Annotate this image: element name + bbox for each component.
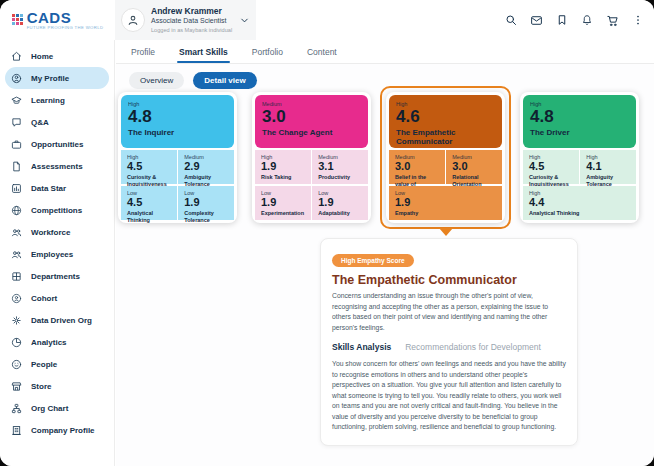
- card-level: High: [396, 101, 495, 107]
- bookmark-icon[interactable]: [556, 14, 568, 26]
- sidebar-item-label: Store: [31, 382, 51, 391]
- pie-chart-icon: [11, 337, 22, 348]
- card-score: 4.8: [128, 107, 227, 127]
- building-icon: [11, 425, 22, 436]
- store-icon: [11, 381, 22, 392]
- tab-portfolio[interactable]: Portfolio: [252, 40, 283, 63]
- main-content: Profile Smart Skills Portfolio Content O…: [116, 40, 654, 466]
- sidebar-item-home[interactable]: Home: [5, 45, 109, 67]
- skill-cell: Low 1.9 Complexity Tolerance: [178, 186, 234, 220]
- globe-icon: [11, 205, 22, 216]
- card-header: High 4.8 The Inquirer: [121, 95, 234, 148]
- tab-recommendations[interactable]: Recommendations for Development: [405, 342, 541, 352]
- card-header: High 4.6 The Empathetic Communicator: [389, 95, 502, 148]
- card-title: The Driver: [530, 128, 629, 137]
- sidebar-item-data-star[interactable]: Data Star: [5, 177, 109, 199]
- sidebar-item-label: Competitions: [31, 206, 82, 215]
- skill-cell: Low 1.9 Experimentation: [255, 186, 311, 220]
- skill-card-inquirer[interactable]: High 4.8 The Inquirer High 4.5 Curiosity…: [118, 92, 237, 223]
- mail-icon[interactable]: [530, 14, 543, 27]
- tab-smart-skills[interactable]: Smart Skills: [179, 40, 228, 63]
- sidebar-item-analytics[interactable]: Analytics: [5, 331, 109, 353]
- user-menu[interactable]: Andrew Krammer Associate Data Scientist …: [115, 0, 256, 40]
- skill-cards: High 4.8 The Inquirer High 4.5 Curiosity…: [118, 92, 639, 223]
- skill-card-change-agent[interactable]: Medium 3.0 The Change Agent High 1.9 Ris…: [252, 92, 371, 223]
- sidebar-item-org-chart[interactable]: Org Chart: [5, 397, 109, 419]
- skill-card-empathetic-communicator[interactable]: High 4.6 The Empathetic Communicator Med…: [386, 92, 505, 223]
- sidebar-item-label: Workforce: [31, 228, 70, 237]
- overview-button[interactable]: Overview: [129, 72, 184, 89]
- sidebar-item-company-profile[interactable]: Company Profile: [5, 419, 109, 441]
- detail-title: The Empathetic Communicator: [332, 273, 566, 287]
- header-actions: [505, 0, 644, 40]
- sidebar-item-store[interactable]: Store: [5, 375, 109, 397]
- sidebar-item-employees[interactable]: Employees: [5, 243, 109, 265]
- notifications-icon[interactable]: [581, 14, 593, 26]
- sidebar-item-opportunities[interactable]: Opportunities: [5, 133, 109, 155]
- tab-skills-analysis[interactable]: Skills Analysis: [332, 342, 391, 352]
- sidebar-item-cohort[interactable]: Cohort: [5, 287, 109, 309]
- avatar: [121, 8, 145, 32]
- skill-cell: High 4.5 Curiosity & Inquisitiveness: [121, 150, 177, 184]
- face-icon: [11, 359, 22, 370]
- card-title: The Change Agent: [262, 128, 361, 137]
- sidebar-item-qa[interactable]: Q&A: [5, 111, 109, 133]
- skill-cell: High 4.1 Ambiguity Tolerance: [580, 150, 636, 184]
- search-icon[interactable]: [505, 14, 517, 26]
- gear-icon: [11, 315, 22, 326]
- card-level: High: [530, 101, 629, 107]
- detail-description: Concerns understanding an issue through …: [332, 291, 566, 333]
- sidebar-item-label: Cohort: [31, 294, 57, 303]
- tab-profile[interactable]: Profile: [131, 40, 155, 63]
- detail-body-text: You show concern for others' own feeling…: [332, 359, 566, 433]
- card-level: Medium: [262, 101, 361, 107]
- selection-pointer: [439, 228, 453, 236]
- sidebar-item-label: Employees: [31, 250, 73, 259]
- people-group-icon: [11, 227, 22, 238]
- more-menu-icon[interactable]: [632, 14, 644, 26]
- chevron-down-icon[interactable]: [239, 15, 250, 26]
- user-login-note: Logged in as Maybank individual: [151, 27, 232, 34]
- people-group-icon: [11, 249, 22, 260]
- org-chart-icon: [11, 403, 22, 414]
- skill-cell: High 1.9 Risk Taking: [255, 150, 311, 184]
- skill-cell: High 4.5 Curiosity & Inquisitiveness: [523, 150, 579, 184]
- sidebar-item-label: Assessments: [31, 162, 83, 171]
- sidebar-item-data-driven-org[interactable]: Data Driven Org: [5, 309, 109, 331]
- logo[interactable]: CADS FUTURE PROOFING THE WORLD: [0, 0, 115, 40]
- sidebar-item-workforce[interactable]: Workforce: [5, 221, 109, 243]
- sidebar-item-label: Q&A: [31, 118, 49, 127]
- grid-icon: [11, 271, 22, 282]
- sidebar: Home My Profile Learning Q&A Opportuniti…: [0, 40, 115, 466]
- skill-cell: Medium 3.0 Relational Orientation: [446, 150, 502, 184]
- sidebar-item-label: Home: [31, 52, 53, 61]
- skill-card-driver[interactable]: High 4.8 The Driver High 4.5 Curiosity &…: [520, 92, 639, 223]
- skill-cell: Medium 2.9 Ambiguity Tolerance: [178, 150, 234, 184]
- sidebar-item-label: Departments: [31, 272, 80, 281]
- logo-mosaic-icon: [12, 14, 24, 26]
- sidebar-item-people[interactable]: People: [5, 353, 109, 375]
- sidebar-item-departments[interactable]: Departments: [5, 265, 109, 287]
- selected-card-outline: High 4.6 The Empathetic Communicator Med…: [380, 86, 511, 229]
- cart-icon[interactable]: [606, 14, 619, 27]
- sidebar-item-learning[interactable]: Learning: [5, 89, 109, 111]
- sidebar-item-label: People: [31, 360, 57, 369]
- status-badge: High Empathy Score: [332, 254, 414, 267]
- briefcase-icon: [11, 139, 22, 150]
- sidebar-item-my-profile[interactable]: My Profile: [5, 67, 109, 89]
- tab-content[interactable]: Content: [307, 40, 337, 63]
- graduation-cap-icon: [11, 95, 22, 106]
- document-icon: [11, 161, 22, 172]
- profile-tabs: Profile Smart Skills Portfolio Content: [116, 40, 654, 64]
- detail-view-button[interactable]: Detail view: [193, 72, 256, 89]
- bar-chart-icon: [11, 183, 22, 194]
- sidebar-item-label: My Profile: [31, 74, 69, 83]
- sidebar-item-label: Opportunities: [31, 140, 83, 149]
- sidebar-item-label: Analytics: [31, 338, 67, 347]
- sidebar-item-assessments[interactable]: Assessments: [5, 155, 109, 177]
- skill-cell: Medium 3.1 Productivity: [312, 150, 368, 184]
- skill-cell: Medium 3.0 Belief in the value of divers…: [389, 150, 445, 184]
- sidebar-item-competitions[interactable]: Competitions: [5, 199, 109, 221]
- sidebar-item-label: Org Chart: [31, 404, 68, 413]
- user-role: Associate Data Scientist: [151, 17, 232, 26]
